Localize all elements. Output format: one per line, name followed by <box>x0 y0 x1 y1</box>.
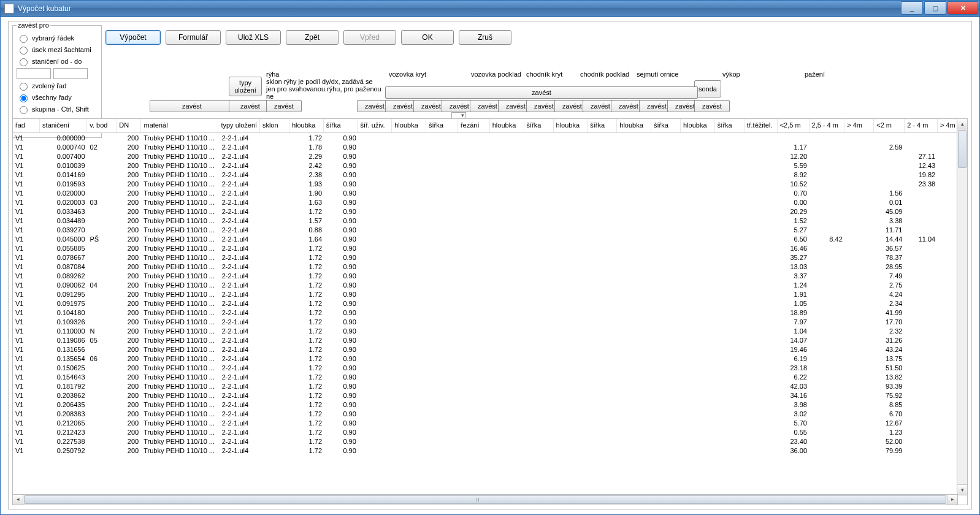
table-row[interactable]: V10.110000N200Trubky PEHD 110/10 ...2-2-… <box>13 326 967 335</box>
table-row[interactable]: V10.154643200Trubky PEHD 110/10 ...2-2-1… <box>13 372 967 381</box>
grid-header[interactable]: řadstaničenív. bodDNmateriáltypy uložení… <box>13 119 967 133</box>
col-header[interactable]: hloubka <box>617 119 651 132</box>
vypocet-button[interactable]: Výpočet <box>105 30 161 45</box>
col-header[interactable]: šířka <box>588 119 617 132</box>
close-button[interactable]: ✕ <box>947 1 978 15</box>
col-header[interactable]: tř.těžitel. <box>745 119 778 132</box>
vscroll-thumb[interactable] <box>958 130 967 168</box>
col-header[interactable]: hloubka <box>554 119 588 132</box>
table-row[interactable]: V10.00074002200Trubky PEHD 110/10 ...2-2… <box>13 142 967 151</box>
col-header[interactable]: DN <box>117 119 141 132</box>
table-row[interactable]: V10.227538200Trubky PEHD 110/10 ...2-2-1… <box>13 437 967 446</box>
hscroll-thumb[interactable] <box>24 495 946 504</box>
ulozxls-button[interactable]: Ulož XLS <box>226 30 281 45</box>
table-row[interactable]: V10.104180200Trubky PEHD 110/10 ...2-2-1… <box>13 308 967 317</box>
zrus-button[interactable]: Zruš <box>459 30 511 45</box>
radio-usek-mezi-sachtami[interactable]: úsek mezi šachtami <box>17 45 98 55</box>
table-row[interactable]: V10.034489200Trubky PEHD 110/10 ...2-2-1… <box>13 216 967 225</box>
titlebar[interactable]: Výpočet kubatur _ ▢ ✕ <box>1 1 979 17</box>
col-header[interactable]: řezání <box>458 119 490 132</box>
table-row[interactable]: V10.208383200Trubky PEHD 110/10 ...2-2-1… <box>13 409 967 418</box>
table-row[interactable]: V10.007400200Trubky PEHD 110/10 ...2-2-1… <box>13 151 967 161</box>
table-row[interactable]: V10.203862200Trubky PEHD 110/10 ...2-2-1… <box>13 391 967 400</box>
table-row[interactable]: V10.045000PŠ200Trubky PEHD 110/10 ...2-2… <box>13 234 967 243</box>
zavest-material-button[interactable]: zavést <box>150 100 234 112</box>
col-header[interactable]: staničení <box>40 119 87 132</box>
col-header[interactable]: hloubka <box>681 119 715 132</box>
table-row[interactable]: V10.039270200Trubky PEHD 110/10 ...2-2-1… <box>13 225 967 234</box>
zavest-typy-button[interactable]: zavést <box>229 100 272 112</box>
col-header[interactable]: sklon <box>260 119 289 132</box>
col-header[interactable]: šíř. uživ. <box>358 119 392 132</box>
cell: V1 <box>13 180 40 188</box>
scroll-right-arrow[interactable]: ▸ <box>947 495 957 505</box>
table-row[interactable]: V10.091975200Trubky PEHD 110/10 ...2-2-1… <box>13 299 967 308</box>
table-row[interactable]: V10.089262200Trubky PEHD 110/10 ...2-2-1… <box>13 271 967 280</box>
zavest-sklon-button[interactable]: zavést <box>266 100 302 112</box>
table-row[interactable]: V10.087084200Trubky PEHD 110/10 ...2-2-1… <box>13 262 967 271</box>
radio-staniceni-od-do[interactable]: staničení od - do <box>17 56 98 66</box>
table-row[interactable]: V10.11908605200Trubky PEHD 110/10 ...2-2… <box>13 335 967 345</box>
scroll-left-arrow[interactable]: ◂ <box>13 495 23 505</box>
col-header[interactable]: typy uložení <box>218 119 259 132</box>
col-header[interactable]: šířka <box>651 119 681 132</box>
sonda-button[interactable]: sonda <box>694 80 721 97</box>
formular-button[interactable]: Formulář <box>166 30 221 45</box>
col-header[interactable]: <2,5 m <box>778 119 810 132</box>
table-row[interactable]: V10.250792200Trubky PEHD 110/10 ...2-2-1… <box>13 446 967 455</box>
col-header[interactable]: hloubka <box>392 119 426 132</box>
col-header[interactable]: šířka <box>715 119 745 132</box>
horizontal-scrollbar[interactable]: ◂ ▸ <box>12 494 958 505</box>
table-row[interactable]: V10.212423200Trubky PEHD 110/10 ...2-2-1… <box>13 427 967 437</box>
staniceni-od-input[interactable] <box>17 68 51 79</box>
table-row[interactable]: V10.150625200Trubky PEHD 110/10 ...2-2-1… <box>13 363 967 372</box>
table-row[interactable]: V10.010039200Trubky PEHD 110/10 ...2-2-1… <box>13 161 967 170</box>
table-row[interactable]: V10.078667200Trubky PEHD 110/10 ...2-2-1… <box>13 253 967 262</box>
table-row[interactable]: V10.033463200Trubky PEHD 110/10 ...2-2-1… <box>13 207 967 216</box>
cell: 2-2-1.ul4 <box>220 300 261 307</box>
table-row[interactable]: V10.206435200Trubky PEHD 110/10 ...2-2-1… <box>13 400 967 409</box>
col-header[interactable]: hloubka <box>289 119 324 132</box>
table-row[interactable]: V10.000000200Trubky PEHD 110/10 ...2-2-1… <box>13 133 967 142</box>
table-row[interactable]: V10.014169200Trubky PEHD 110/10 ...2-2-1… <box>13 170 967 179</box>
zavest-sonda-button[interactable]: zavést <box>694 100 730 112</box>
col-header[interactable]: šířka <box>524 119 554 132</box>
col-header[interactable]: 2 - 4 m <box>905 119 938 132</box>
table-row[interactable]: V10.02000303200Trubky PEHD 110/10 ...2-2… <box>13 197 967 207</box>
ok-button[interactable]: OK <box>401 30 454 45</box>
col-header[interactable]: <2 m <box>874 119 905 132</box>
typy-ulozeni-button[interactable]: typyuložení <box>229 77 262 96</box>
radio-vybrany-radek[interactable]: vybraný řádek <box>17 33 98 43</box>
col-header[interactable]: materiál <box>141 119 218 132</box>
zpet-button[interactable]: Zpět <box>286 30 339 45</box>
table-row[interactable]: V10.020000200Trubky PEHD 110/10 ...2-2-1… <box>13 188 967 197</box>
col-header[interactable]: 2,5 - 4 m <box>810 119 845 132</box>
radio-zvoleny-rad[interactable]: zvolený řad <box>17 81 98 91</box>
zavest-wide-button[interactable]: zavést <box>385 86 698 99</box>
maximize-button[interactable]: ▢ <box>924 1 946 15</box>
cell: 19.82 <box>905 171 938 178</box>
table-row[interactable]: V10.091295200Trubky PEHD 110/10 ...2-2-1… <box>13 289 967 299</box>
grid-body[interactable]: V10.000000200Trubky PEHD 110/10 ...2-2-1… <box>13 133 967 505</box>
col-header[interactable]: v. bod <box>87 119 117 132</box>
col-header[interactable]: hloubka <box>490 119 524 132</box>
col-header[interactable]: šířka <box>324 119 358 132</box>
table-row[interactable]: V10.019593200Trubky PEHD 110/10 ...2-2-1… <box>13 179 967 188</box>
data-grid[interactable]: řadstaničenív. bodDNmateriáltypy uložení… <box>12 118 968 505</box>
table-row[interactable]: V10.055885200Trubky PEHD 110/10 ...2-2-1… <box>13 243 967 253</box>
cell: Trubky PEHD 110/10 ... <box>141 235 219 243</box>
table-row[interactable]: V10.109326200Trubky PEHD 110/10 ...2-2-1… <box>13 317 967 326</box>
table-row[interactable]: V10.212065200Trubky PEHD 110/10 ...2-2-1… <box>13 418 967 427</box>
col-header[interactable]: > 4m <box>844 119 874 132</box>
minimize-button[interactable]: _ <box>901 1 923 15</box>
col-header[interactable]: řad <box>13 119 40 132</box>
col-header[interactable]: šířka <box>426 119 458 132</box>
table-row[interactable]: V10.131656200Trubky PEHD 110/10 ...2-2-1… <box>13 345 967 354</box>
table-row[interactable]: V10.13565406200Trubky PEHD 110/10 ...2-2… <box>13 354 967 363</box>
scroll-down-arrow[interactable]: ▾ <box>957 484 967 495</box>
table-row[interactable]: V10.181792200Trubky PEHD 110/10 ...2-2-1… <box>13 381 967 391</box>
scroll-up-arrow[interactable]: ▴ <box>957 119 967 129</box>
table-row[interactable]: V10.09006204200Trubky PEHD 110/10 ...2-2… <box>13 280 967 289</box>
vertical-scrollbar[interactable]: ▴ ▾ <box>957 118 968 495</box>
staniceni-do-input[interactable] <box>53 68 88 79</box>
